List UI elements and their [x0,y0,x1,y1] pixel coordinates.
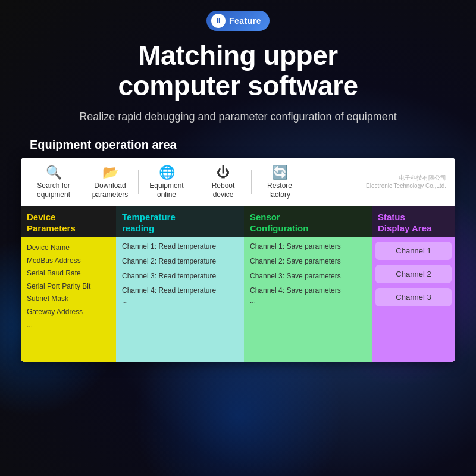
temperature-content: Channel 1: Read temperature Channel 2: R… [116,237,244,362]
watermark-text: 电子科技有限公司 Electronic Technology Co.,Ltd. [366,174,446,190]
col-header-sensor: SensorConfiguration [244,206,372,237]
toolbar-label-reboot: Rebootdevice [212,181,235,199]
list-item: ModBus Address [27,255,110,268]
toolbar-divider-1 [82,170,82,194]
feature-badge-icon: II [211,14,226,28]
col-header-status: StatusDisplay Area [372,206,455,237]
list-item: Channel 1 [375,242,452,260]
list-item: Subnet Mask [27,293,110,306]
feature-badge: II Feature [206,11,270,31]
toolbar-label-equipment-online: Equipmentonline [149,181,183,199]
device-params-list: Device Name ModBus Address Serial Baud R… [27,242,110,331]
toolbar-label-download: Downloadparameters [92,181,129,199]
toolbar-label-restore: Restorefactory [267,181,292,199]
toolbar-divider-3 [195,170,195,194]
toolbar-divider-2 [138,170,139,194]
column-content: Device Name ModBus Address Serial Baud R… [21,237,455,362]
section-label: Equipment operation area [30,138,177,152]
toolbar-divider-4 [251,170,252,194]
list-item: Channel 1: Read temperature [122,242,238,252]
sensor-content: Channel 1: Save parameters Channel 2: Sa… [244,237,372,362]
list-item: Channel 4: Save parameters... [250,286,366,306]
toolbar-label-search: Search forequipment [37,181,70,199]
power-icon: ⏻ [217,165,230,180]
toolbar-item-search[interactable]: 🔍 Search forequipment [27,162,80,201]
list-item: Gateway Address [27,306,110,319]
list-item: Channel 3 [375,288,452,306]
status-content: Channel 1 Channel 2 Channel 3 [372,237,455,362]
toolbar: 🔍 Search forequipment 📂 Downloadparamete… [21,158,455,206]
download-icon: 📂 [102,165,118,180]
toolbar-item-reboot[interactable]: ⏻ Rebootdevice [196,162,250,201]
toolbar-item-restore[interactable]: 🔄 Restorefactory [253,162,306,201]
col-header-device-params: DeviceParameters [21,206,116,237]
subtitle: Realize rapid debugging and parameter co… [79,109,396,125]
list-item: Channel 3: Save parameters [250,271,366,281]
list-item: Channel 3: Read temperature [122,271,238,281]
list-item: Serial Baud Rate [27,267,110,280]
list-item: Channel 2: Save parameters [250,256,366,267]
col-header-temperature: Temperaturereading [116,206,244,237]
list-item: Channel 2: Read temperature [122,256,238,267]
list-item: Serial Port Parity Bit [27,280,110,293]
software-panel: 🔍 Search forequipment 📂 Downloadparamete… [21,158,455,362]
list-item: Channel 1: Save parameters [250,242,366,252]
watermark-area: 电子科技有限公司 Electronic Technology Co.,Ltd. [306,174,449,190]
toolbar-item-equipment-online[interactable]: 🌐 Equipmentonline [140,162,193,201]
page-wrapper: II Feature Matching upper computer softw… [0,0,476,476]
search-icon: 🔍 [46,165,62,180]
globe-icon: 🌐 [159,165,175,180]
feature-badge-label: Feature [229,16,261,26]
restore-icon: 🔄 [272,165,288,180]
list-item: Channel 2 [375,265,452,283]
column-headers: DeviceParameters Temperaturereading Sens… [21,206,455,237]
list-item: Channel 4: Read temperature... [122,286,238,306]
device-params-content: Device Name ModBus Address Serial Baud R… [21,237,116,362]
list-item: ... [27,319,110,332]
main-title: Matching upper computer software [118,40,358,101]
list-item: Device Name [27,242,110,255]
toolbar-item-download[interactable]: 📂 Downloadparameters [83,162,137,201]
